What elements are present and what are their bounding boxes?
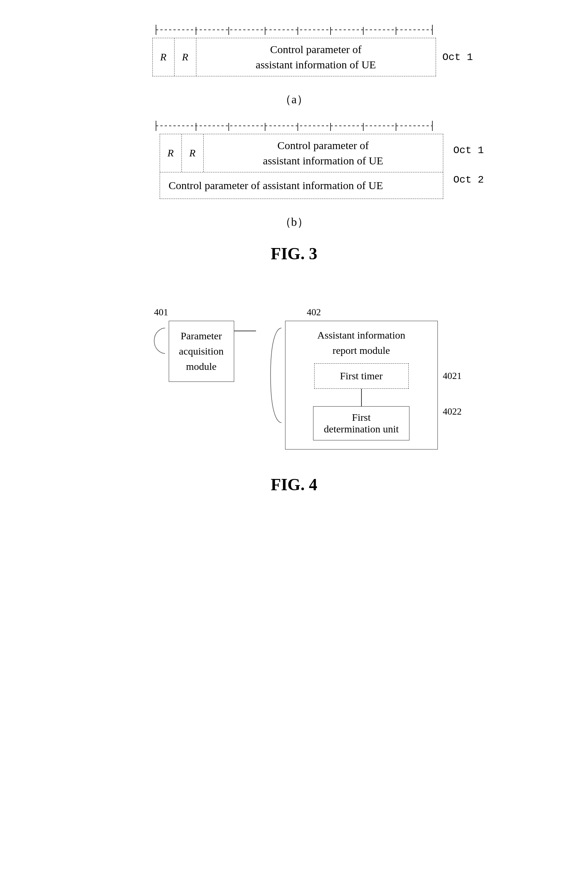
cell-main-a: Control parameter of assistant informati… [196, 38, 436, 76]
fig4-title: FIG. 4 [271, 475, 318, 494]
page: R R Control parameter of assistant infor… [0, 0, 588, 875]
oct-row-2: Oct 2 [447, 167, 490, 193]
cell-main-a-text: Control parameter of assistant informati… [256, 42, 376, 72]
fig4-container: 401 Parameter acquisition module 402 [29, 307, 559, 494]
report-module-title-text: Assistant information report module [318, 330, 405, 356]
label-4021: 4021 [443, 371, 462, 381]
module-right: 402 Assistant information report module [267, 307, 438, 449]
first-timer-box: First timer [314, 363, 409, 389]
annotation-402-line [267, 324, 285, 426]
oct-outside-b: Oct 1 Oct 2 [447, 134, 490, 199]
label-4022: 4022 [443, 406, 462, 417]
cell-main-b1: Control parameter of assistant informati… [204, 134, 443, 172]
cell-main-b2-text: Control parameter of assistant informati… [169, 178, 383, 193]
diagram-label-a: （a） [29, 92, 559, 108]
horiz-connector [234, 330, 256, 331]
fig3-title: FIG. 3 [271, 244, 318, 263]
cell-r2-b: R [182, 134, 204, 172]
assistant-info-report-module: Assistant information report module Firs… [285, 321, 438, 449]
first-timer-text: First timer [340, 370, 382, 382]
cell-r1-b: R [160, 134, 182, 172]
connector-line [361, 389, 362, 406]
first-timer-container: First timer 4021 [292, 363, 431, 389]
report-module-title: Assistant information report module [318, 328, 405, 358]
annotation-401-line [150, 324, 169, 357]
oct-label-b1: Oct 1 [447, 134, 490, 167]
first-determination-text: First determination unit [324, 412, 399, 435]
first-determination-box: First determination unit [313, 406, 409, 440]
tick-row-b [152, 118, 436, 131]
diagram-a: R R Control parameter of assistant infor… [145, 22, 443, 77]
tick-row-a [152, 22, 436, 35]
packet-row-b2: Control parameter of assistant informati… [160, 173, 443, 198]
oct-label-a: Oct 1 [436, 38, 480, 77]
cell-main-b2: Control parameter of assistant informati… [160, 173, 443, 198]
oct-label-b2: Oct 2 [447, 167, 490, 193]
packet-b-wrapper: R R Control parameter of assistant infor… [152, 134, 490, 199]
packet-table-b: R R Control parameter of assistant infor… [160, 134, 443, 199]
cell-r1-a: R [153, 38, 174, 76]
cell-main-b1-text: Control parameter of assistant informati… [263, 138, 383, 168]
param-acquisition-text: Parameter acquisition module [179, 329, 224, 374]
packet-row-b1: R R Control parameter of assistant infor… [160, 134, 443, 173]
packet-row-a-wrapper: R R Control parameter of assistant infor… [152, 38, 480, 77]
oct-row-1: Oct 1 [447, 134, 490, 167]
first-determination-container: First determination unit 4022 [292, 406, 431, 440]
diagram-b: R R Control parameter of assistant infor… [145, 118, 443, 199]
module-left: 401 Parameter acquisition module [150, 307, 234, 382]
label-401: 401 [154, 307, 168, 318]
param-acquisition-module: Parameter acquisition module [169, 321, 234, 382]
fig3-container: R R Control parameter of assistant infor… [29, 22, 559, 285]
label-402: 402 [307, 307, 321, 318]
cell-r2-a: R [174, 38, 196, 76]
fig4-diagram: 401 Parameter acquisition module 402 [130, 307, 458, 449]
diagram-label-b: （b） [29, 214, 559, 230]
packet-row-a: R R Control parameter of assistant infor… [152, 38, 436, 77]
